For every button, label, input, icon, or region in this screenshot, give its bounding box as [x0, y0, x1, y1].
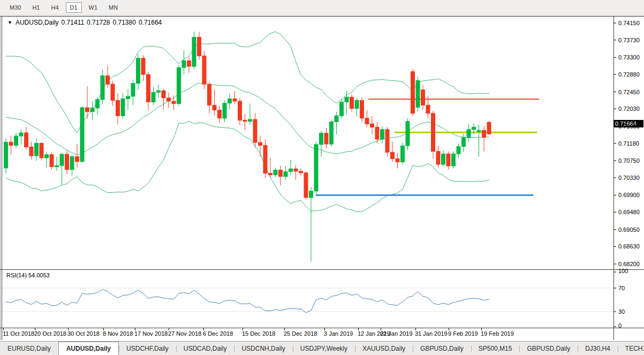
timeframe-toolbar: M30H1H4D1W1MN [0, 0, 644, 16]
date-axis-label: 25 Dec 2018 [284, 330, 317, 337]
ohlc-low: 0.71380 [113, 19, 136, 26]
date-axis-label: 27 Nov 2018 [168, 330, 201, 337]
chart-tab-eurusd-daily[interactable]: EURUSD,Daily [0, 343, 58, 355]
timeframe-button-m30[interactable]: M30 [5, 2, 25, 13]
date-axis-label: 30 Oct 2018 [67, 330, 100, 337]
candles-layer [4, 32, 491, 262]
price-axis-label: 0.71600 [618, 123, 640, 130]
date-axis-label: 8 Nov 2018 [103, 330, 133, 337]
ohlc-open: 0.71411 [62, 19, 85, 26]
price-axis-label: 0.70750 [618, 157, 640, 164]
price-axis-label: 0.68630 [618, 243, 640, 250]
chart-tab-gbpusd-daily[interactable]: GBPUSD,Daily [519, 343, 578, 355]
price-axis-label: 0.68200 [618, 261, 640, 267]
chart-dropdown-icon[interactable]: ▼ [7, 20, 12, 25]
timeframe-button-d1[interactable]: D1 [66, 2, 82, 13]
date-axis-label: 15 Dec 2018 [242, 330, 275, 337]
chart-tab-tech100[interactable]: TECH100 [618, 343, 644, 355]
chart-tab-usdcad-daily[interactable]: USDCAD,Daily [176, 343, 234, 355]
price-axis-label: 0.69050 [618, 226, 640, 233]
timeframe-button-h4[interactable]: H4 [47, 2, 63, 13]
bollinger-lower-band [6, 122, 489, 212]
price-axis-label: 0.74150 [618, 20, 640, 26]
date-axis-label: 22 Jan 2019 [380, 330, 413, 337]
ohlc-close: 0.71664 [139, 19, 162, 26]
chart-tab-gbpusd-daily[interactable]: GBPUSD,Daily [413, 343, 471, 355]
price-axis-label: 0.71180 [618, 140, 639, 147]
timeframe-button-h1[interactable]: H1 [28, 2, 44, 13]
rsi-axis-label: 30 [618, 308, 625, 315]
price-axis-label: 0.72030 [618, 105, 640, 112]
date-axis-label: 20 Oct 2018 [34, 330, 66, 337]
price-axis-label: 0.72450 [618, 89, 640, 95]
price-axis-label: 0.72880 [618, 71, 640, 78]
chart-title: ▼AUDUSD,Daily0.714110.717280.713800.7166… [7, 19, 164, 26]
rsi-line [6, 290, 489, 313]
chart-tab-usdcnh-daily[interactable]: USDCNH,Daily [234, 343, 292, 355]
rsi-axis-label: 70 [618, 285, 625, 291]
date-axis-label: 19 Feb 2019 [481, 330, 514, 337]
mt4-window: M30H1H4D1W1MN ▼AUDUSD,Daily0.714110.7172… [0, 0, 644, 355]
date-axis-label: 3 Jan 2019 [324, 330, 353, 337]
ohlc-high: 0.71728 [87, 19, 110, 26]
price-axis-label: 0.73300 [618, 54, 640, 61]
price-chart-canvas[interactable] [0, 16, 644, 340]
price-axis-label: 0.70330 [618, 175, 640, 181]
timeframe-button-w1[interactable]: W1 [85, 2, 102, 13]
chart-tab-bar: EURUSD,DailyAUDUSD,DailyUSDCHF,DailyUSDC… [0, 341, 644, 355]
date-axis-label: 11 Oct 2018 [3, 330, 34, 337]
date-axis-label: 17 Nov 2018 [134, 330, 168, 337]
price-axis-label: 0.69900 [618, 192, 640, 198]
chart-tab-sp500-m15[interactable]: SP500,M15 [471, 343, 520, 355]
rsi-indicator-label: RSI(14) 54.0053 [6, 272, 50, 278]
chart-tab-audusd-daily[interactable]: AUDUSD,Daily [58, 342, 119, 355]
chart-tab-usdjpy-weekly[interactable]: USDJPY,Weekly [293, 343, 355, 355]
chart-window[interactable]: ▼AUDUSD,Daily0.714110.717280.713800.7166… [0, 16, 644, 340]
price-axis-label: 0.73730 [618, 37, 640, 43]
timeframe-button-mn[interactable]: MN [104, 2, 122, 13]
chart-tab-xauusd-daily[interactable]: XAUUSD,Daily [355, 343, 413, 355]
date-axis-label: 9 Feb 2019 [448, 330, 478, 337]
chart-tab-dj30-h4[interactable]: DJ30,H4 [578, 343, 618, 355]
rsi-axis-label: 100 [618, 268, 628, 274]
date-axis-label: 6 Dec 2018 [203, 330, 233, 337]
chart-symbol-label: AUDUSD,Daily [16, 19, 59, 26]
price-axis-label: 0.69480 [618, 209, 640, 215]
date-axis-label: 31 Jan 2019 [415, 330, 448, 337]
rsi-axis-label: 0 [618, 322, 622, 329]
chart-tab-usdchf-daily[interactable]: USDCHF,Daily [119, 343, 176, 355]
